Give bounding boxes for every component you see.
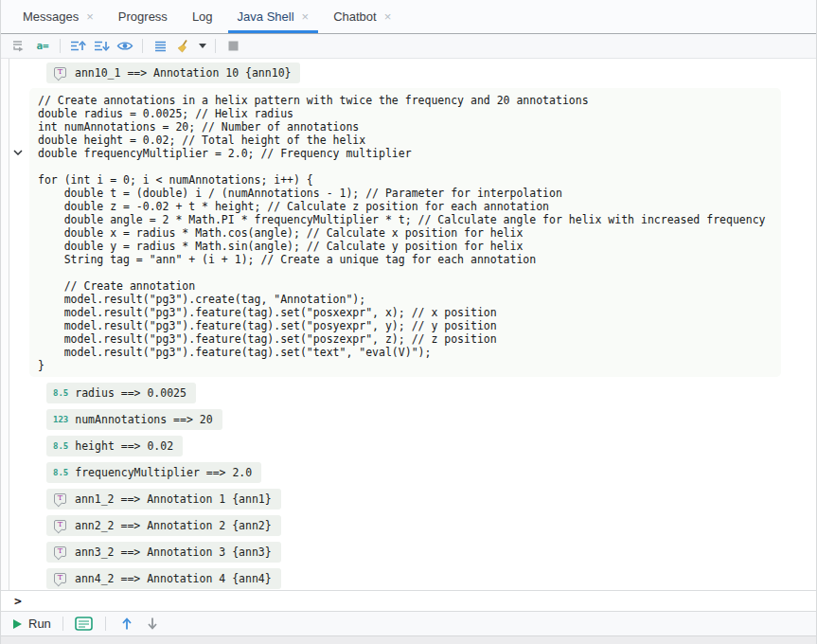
run-toolbar: Run <box>1 612 816 635</box>
annotation-icon: T <box>54 573 66 583</box>
toolbar-separator <box>142 39 143 53</box>
next-command-button[interactable] <box>91 37 112 56</box>
next-command-icon <box>93 39 110 53</box>
toolbar-separator <box>215 39 216 53</box>
console-output-area[interactable]: T ann10_1 ==> Annotation 10 {ann10} // C… <box>1 59 816 590</box>
annotation-icon: T <box>54 546 66 557</box>
up-arrow-icon <box>121 617 133 631</box>
result-ann1_2: T ann1_2 ==> Annotation 1 {ann1} <box>46 489 281 510</box>
double-type-icon: 8.5 <box>53 441 68 451</box>
java-shell-window: Messages × Progress Log Java Shell × Cha… <box>0 0 817 644</box>
tab-log[interactable]: Log <box>180 0 225 33</box>
double-type-icon: 8.5 <box>53 468 68 477</box>
result-text: ann1_2 ==> Annotation 1 {ann1} <box>75 492 272 506</box>
tab-label: Chatbot <box>333 9 377 24</box>
code-text: // Create annotations in a helix pattern… <box>38 94 781 372</box>
select-all-lines-button[interactable] <box>150 37 170 56</box>
result-radius: 8.5 radius ==> 0.0025 <box>46 383 196 403</box>
insert-line-icon <box>11 39 27 53</box>
tab-progress[interactable]: Progress <box>106 0 180 33</box>
result-ann3_2: T ann3_2 ==> Annotation 3 {ann3} <box>46 542 281 563</box>
result-frequencymultiplier: 8.5 frequencyMultiplier ==> 2.0 <box>46 462 261 483</box>
insert-line-button[interactable] <box>9 37 29 56</box>
eye-icon <box>116 40 133 52</box>
console-view-button[interactable] <box>75 617 94 631</box>
result-text: ann3_2 ==> Annotation 3 {ann3} <box>75 546 272 559</box>
result-ann2_2: T ann2_2 ==> Annotation 2 {ann2} <box>46 515 281 536</box>
result-text: radius ==> 0.0025 <box>75 386 186 400</box>
stop-button[interactable] <box>222 37 243 56</box>
tab-label: Progress <box>118 9 168 24</box>
tab-messages[interactable]: Messages × <box>10 0 106 33</box>
down-arrow-icon <box>147 617 158 631</box>
result-text: height ==> 0.02 <box>75 439 173 453</box>
annotation-icon: T <box>54 67 66 78</box>
close-icon[interactable]: × <box>384 10 392 23</box>
assign-variable-button[interactable]: a= <box>32 37 53 56</box>
annotation-icon: T <box>54 493 66 504</box>
console-input-line[interactable]: > <box>1 590 816 612</box>
result-text: frequencyMultiplier ==> 2.0 <box>75 466 252 479</box>
result-ann10_1: T ann10_1 ==> Annotation 10 {ann10} <box>46 63 300 83</box>
runbar-separator <box>105 617 106 631</box>
result-text: ann10_1 ==> Annotation 10 {ann10} <box>75 66 291 80</box>
shell-toolbar: a= <box>1 34 816 59</box>
previous-command-icon <box>69 39 86 53</box>
annotation-icon: T <box>54 520 66 530</box>
tab-label: Messages <box>23 9 79 24</box>
preview-button[interactable] <box>115 37 135 56</box>
runbar-separator <box>62 617 63 631</box>
code-block[interactable]: // Create annotations in a helix pattern… <box>29 88 781 377</box>
previous-command-button[interactable] <box>67 37 88 56</box>
double-type-icon: 8.5 <box>53 388 68 398</box>
list-lines-icon <box>153 40 168 53</box>
tab-label: Java Shell <box>238 9 294 24</box>
assign-variable-icon: a= <box>36 40 48 52</box>
play-icon <box>13 619 22 629</box>
result-text: numAnnotations ==> 20 <box>75 413 212 426</box>
scroll-up-button[interactable] <box>117 617 136 631</box>
console-gutter <box>1 59 9 590</box>
console-icon <box>75 617 93 631</box>
clear-options-dropdown[interactable] <box>197 37 208 56</box>
toolbar-separator <box>60 39 61 53</box>
window-bottom-edge <box>1 635 816 644</box>
prompt-symbol: > <box>14 594 22 608</box>
scroll-down-button[interactable] <box>143 617 162 631</box>
tab-label: Log <box>192 9 213 24</box>
run-button[interactable]: Run <box>13 617 51 631</box>
close-icon[interactable]: × <box>302 10 310 23</box>
result-text: ann4_2 ==> Annotation 4 {ann4} <box>75 572 272 585</box>
stop-icon <box>228 41 239 51</box>
run-button-label: Run <box>28 617 51 631</box>
collapse-code-icon[interactable] <box>13 150 23 155</box>
tab-chatbot[interactable]: Chatbot × <box>321 0 403 33</box>
result-ann4_2: T ann4_2 ==> Annotation 4 {ann4} <box>46 568 281 589</box>
result-height: 8.5 height ==> 0.02 <box>46 436 183 456</box>
int-type-icon: 123 <box>53 415 68 424</box>
result-numannotations: 123 numAnnotations ==> 20 <box>46 409 222 430</box>
clear-console-button[interactable] <box>173 37 194 56</box>
dropdown-caret-icon <box>199 44 206 48</box>
tab-java-shell[interactable]: Java Shell × <box>225 0 322 33</box>
close-icon[interactable]: × <box>86 10 94 23</box>
result-text: ann2_2 ==> Annotation 2 {ann2} <box>75 519 272 532</box>
broom-icon <box>176 39 191 54</box>
tab-bar: Messages × Progress Log Java Shell × Cha… <box>1 0 816 34</box>
